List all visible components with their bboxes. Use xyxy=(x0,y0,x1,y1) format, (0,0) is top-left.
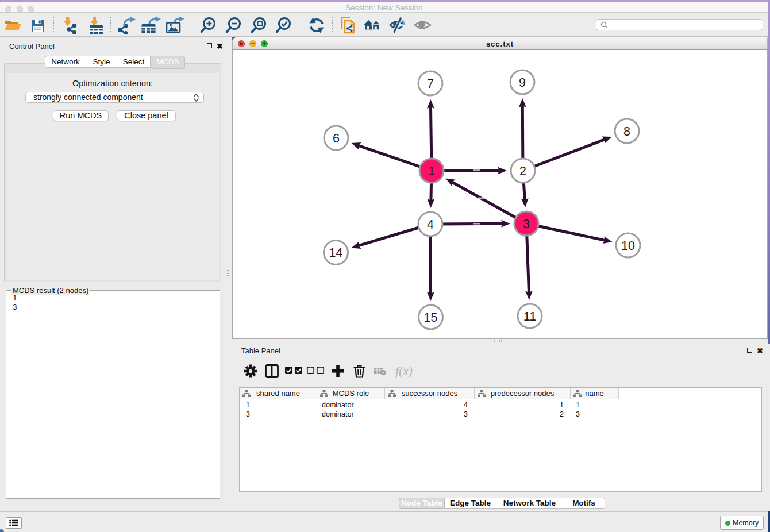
svg-text:9: 9 xyxy=(519,76,526,90)
svg-text:f(x): f(x) xyxy=(395,364,413,378)
svg-text:8: 8 xyxy=(623,125,630,138)
svg-text:10: 10 xyxy=(621,239,635,253)
svg-text:7: 7 xyxy=(427,77,434,91)
svg-text:11: 11 xyxy=(523,310,536,323)
svg-text:2: 2 xyxy=(519,164,526,178)
svg-text:14: 14 xyxy=(329,246,343,260)
svg-text:15: 15 xyxy=(424,311,438,325)
svg-text:1: 1 xyxy=(428,164,435,178)
svg-text:3: 3 xyxy=(523,217,530,231)
svg-text:4: 4 xyxy=(427,218,434,232)
svg-text:6: 6 xyxy=(333,132,340,145)
